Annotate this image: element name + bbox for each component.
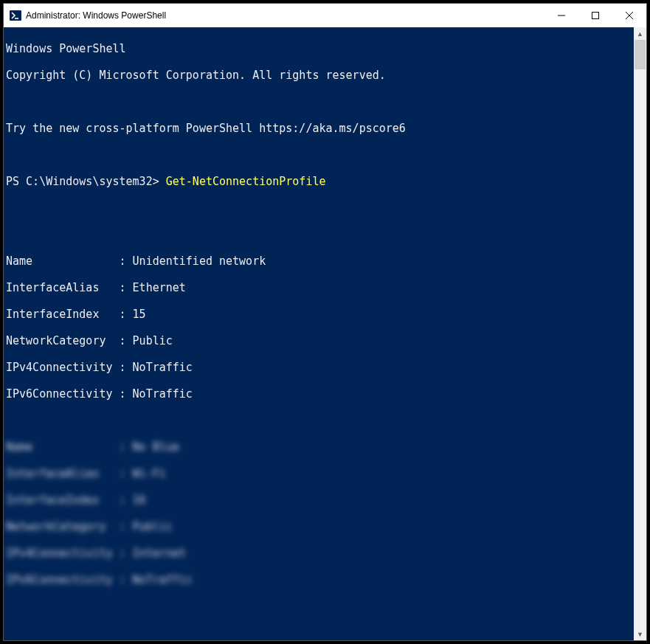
output-row: NetworkCategory : Public xyxy=(6,334,634,347)
command-text: Get-NetConnectionProfile xyxy=(166,175,326,188)
try-powershell-line: Try the new cross-platform PowerShell ht… xyxy=(6,122,634,135)
maximize-button[interactable] xyxy=(578,4,612,27)
output-row: Name : Unidentified network xyxy=(6,255,634,268)
output-row: IPv4Connectivity : NoTraffic xyxy=(6,361,634,374)
redacted-row: IPv4Connectivity : Internet xyxy=(6,547,634,560)
copyright-line: Copyright (C) Microsoft Corporation. All… xyxy=(6,69,634,82)
output-row: IPv6Connectivity : NoTraffic xyxy=(6,387,634,401)
prompt-line: PS C:\Windows\system32> Get-NetConnectio… xyxy=(6,175,634,188)
close-button[interactable] xyxy=(612,4,646,27)
window-title: Administrator: Windows PowerShell xyxy=(26,10,166,21)
titlebar[interactable]: Administrator: Windows PowerShell xyxy=(4,4,646,27)
scroll-down-arrow-icon[interactable]: ▼ xyxy=(634,628,646,640)
scroll-thumb[interactable] xyxy=(635,40,646,69)
svg-rect-3 xyxy=(592,13,599,19)
vertical-scrollbar[interactable]: ▲ ▼ xyxy=(634,27,646,640)
redacted-row: NetworkCategory : Public xyxy=(6,520,634,533)
window-controls xyxy=(544,4,646,27)
client-area: Windows PowerShell Copyright (C) Microso… xyxy=(4,27,646,640)
powershell-icon xyxy=(10,10,21,21)
redacted-row: InterfaceIndex : 16 xyxy=(6,494,634,507)
header-line: Windows PowerShell xyxy=(6,42,634,55)
output-row: InterfaceIndex : 15 xyxy=(6,308,634,321)
terminal-output[interactable]: Windows PowerShell Copyright (C) Microso… xyxy=(4,27,634,640)
powershell-window: Administrator: Windows PowerShell Window… xyxy=(3,3,647,641)
redacted-row: IPv6Connectivity : NoTraffic xyxy=(6,573,634,586)
minimize-button[interactable] xyxy=(544,4,578,27)
scroll-up-arrow-icon[interactable]: ▲ xyxy=(634,27,646,40)
redacted-row: Name : No Blue xyxy=(6,440,634,454)
output-row: InterfaceAlias : Ethernet xyxy=(6,281,634,294)
redacted-row: InterfaceAlias : Wi-Fi xyxy=(6,467,634,480)
